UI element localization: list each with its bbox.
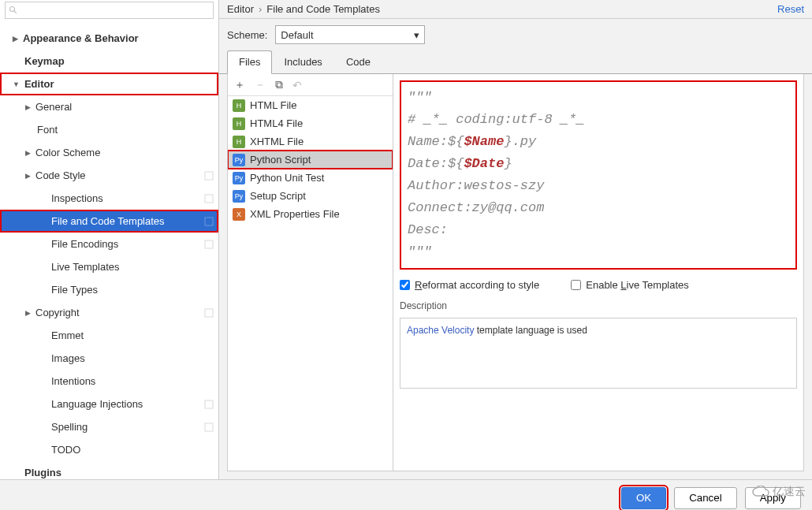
scheme-select[interactable]: Default ▾ [275, 25, 425, 44]
sidebar-item-copyright[interactable]: Copyright [0, 301, 218, 324]
python-file-icon: Py [233, 154, 245, 166]
svg-rect-5 [205, 240, 213, 248]
scheme-label: Scheme: [227, 29, 267, 41]
sidebar-item-language-injections[interactable]: Language Injections [0, 393, 218, 415]
file-list-toolbar: ＋ － ⧉ ↶ [228, 74, 393, 96]
template-editor[interactable]: """ # _*_ coding:utf-8 _*_ Name:${$Name}… [400, 80, 797, 270]
breadcrumb-arrow-icon: › [259, 3, 262, 15]
sidebar-item-images[interactable]: Images [0, 347, 218, 370]
sidebar-item-editor[interactable]: Editor [0, 73, 218, 95]
sidebar-item-spelling[interactable]: Spelling [0, 415, 218, 438]
breadcrumb-current: File and Code Templates [266, 3, 380, 15]
python-file-icon: Py [233, 172, 245, 184]
file-item-html[interactable]: HHTML File [228, 96, 393, 114]
reformat-checkbox[interactable]: Reformat according to style [400, 279, 539, 291]
ok-button[interactable]: OK [621, 487, 666, 509]
sidebar-item-file-code-templates[interactable]: File and Code Templates [0, 210, 218, 233]
main-panel: Editor › File and Code Templates Reset S… [219, 0, 812, 479]
tab-includes[interactable]: Includes [272, 50, 333, 73]
svg-rect-2 [205, 172, 213, 180]
sidebar-item-live-templates[interactable]: Live Templates [0, 255, 218, 278]
sidebar-item-code-style[interactable]: Code Style [0, 164, 218, 187]
search-input[interactable] [5, 2, 214, 19]
sidebar-item-intentions[interactable]: Intentions [0, 370, 218, 393]
dialog-button-bar: OK Cancel Apply [0, 479, 812, 510]
svg-rect-3 [205, 195, 213, 203]
sidebar-item-plugins[interactable]: Plugins [0, 461, 218, 479]
scheme-badge-icon [204, 171, 214, 181]
sidebar-item-font[interactable]: Font [0, 118, 218, 141]
file-item-python-unit-test[interactable]: PyPython Unit Test [228, 169, 393, 187]
svg-rect-6 [205, 309, 213, 317]
file-list-panel: ＋ － ⧉ ↶ HHTML File HHTML4 File HXHTML Fi… [228, 74, 393, 471]
file-item-html4[interactable]: HHTML4 File [228, 114, 393, 132]
settings-tree-sidebar: Appearance & Behavior Keymap Editor Gene… [0, 0, 219, 479]
editor-panel: """ # _*_ coding:utf-8 _*_ Name:${$Name}… [393, 74, 803, 471]
scheme-badge-icon [204, 308, 214, 318]
tabs: Files Includes Code [219, 50, 812, 74]
sidebar-item-file-encodings[interactable]: File Encodings [0, 233, 218, 255]
breadcrumb: Editor › File and Code Templates Reset [219, 0, 812, 19]
sidebar-item-keymap[interactable]: Keymap [0, 50, 218, 73]
sidebar-item-file-types[interactable]: File Types [0, 278, 218, 301]
svg-line-1 [14, 11, 17, 13]
file-item-python-script[interactable]: PyPython Script [228, 151, 393, 169]
svg-point-0 [10, 7, 15, 12]
html-file-icon: H [233, 99, 245, 112]
cloud-icon [752, 486, 769, 498]
tab-code[interactable]: Code [334, 50, 382, 73]
sidebar-item-general[interactable]: General [0, 95, 218, 118]
breadcrumb-parent[interactable]: Editor [227, 3, 254, 15]
scheme-badge-icon [204, 400, 214, 409]
enable-live-templates-checkbox[interactable]: Enable Live Templates [571, 279, 689, 291]
xml-file-icon: X [233, 208, 245, 221]
sidebar-item-todo[interactable]: TODO [0, 438, 218, 461]
chevron-down-icon: ▾ [414, 29, 419, 41]
revert-template-button[interactable]: ↶ [292, 79, 302, 91]
tab-files[interactable]: Files [227, 50, 272, 74]
sidebar-item-emmet[interactable]: Emmet [0, 324, 218, 347]
description-label: Description [400, 300, 797, 311]
sidebar-item-color-scheme[interactable]: Color Scheme [0, 141, 218, 164]
python-file-icon: Py [233, 190, 245, 203]
remove-template-button[interactable]: － [255, 78, 266, 92]
file-item-setup-script[interactable]: PySetup Script [228, 187, 393, 205]
scheme-badge-icon [204, 240, 214, 249]
scheme-badge-icon [204, 217, 214, 226]
sidebar-item-inspections[interactable]: Inspections [0, 187, 218, 210]
html-file-icon: H [233, 136, 245, 148]
description-box: Apache Velocity template language is use… [400, 318, 797, 389]
scheme-badge-icon [204, 423, 214, 432]
html-file-icon: H [233, 117, 245, 130]
file-item-xml-properties[interactable]: XXML Properties File [228, 205, 393, 223]
reset-link[interactable]: Reset [777, 3, 804, 15]
copy-template-button[interactable]: ⧉ [275, 78, 283, 91]
watermark: 亿速云 [752, 485, 806, 499]
scheme-badge-icon [204, 194, 214, 203]
svg-rect-8 [205, 423, 213, 431]
apache-velocity-link[interactable]: Apache Velocity [407, 325, 474, 336]
search-icon [9, 6, 18, 15]
sidebar-item-appearance[interactable]: Appearance & Behavior [0, 27, 218, 50]
svg-rect-4 [205, 218, 213, 225]
file-item-xhtml[interactable]: HXHTML File [228, 132, 393, 151]
add-template-button[interactable]: ＋ [234, 78, 245, 92]
svg-rect-7 [205, 400, 213, 408]
cancel-button[interactable]: Cancel [674, 487, 737, 509]
